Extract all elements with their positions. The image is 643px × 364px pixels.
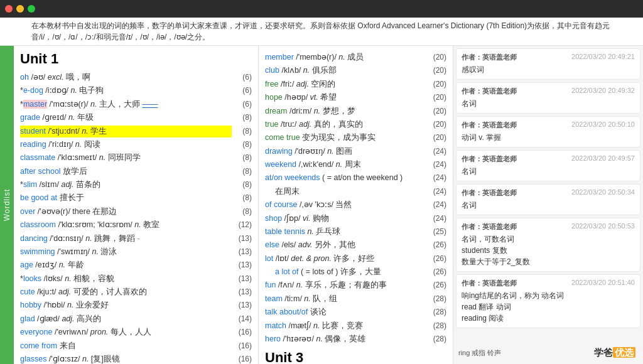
col2-item: talk about/of 谈论 (28) [265,306,446,319]
vocab-item: *e-dog /iːdɒɡ/ n. 电子狗 (6) [20,84,252,97]
wordlist-label: Wordlist [3,189,11,221]
vocab-item: *slim /slɪm/ adj. 苗条的 (8) [20,178,252,191]
vocab-item: classmate /'klɑːsmeɪt/ n. 同班同学 (8) [20,151,252,164]
vocab-item: grade /ɡreɪd/ n. 年级 (8) [20,111,252,124]
maximize-button[interactable] [28,5,35,13]
vocab-item: be good at 擅长于 (8) [20,191,252,205]
col2-item-match: match /mætʃ/ n. 比赛，竞赛 (28) [265,319,446,333]
col2-item: lot /lɒt/ det. & pron. 许多，好些 (26) [265,252,446,265]
col2-item: table tennis n. 乒乓球 (25) [265,225,446,238]
comment-block: 作者：英语盖老师 2022/03/20 20:50:53 名词，可数名词stud… [456,218,640,272]
vocab-item: come from 来自 (16) [20,340,252,353]
vocab-item: reading /'riːdɪŋ/ n. 阅读 (8) [20,138,252,151]
col2-item: true /truː/ adj. 真的，真实的 (20) [265,118,446,131]
comment-author: 作者：英语盖老师 [462,222,517,232]
comment-text: 名词，可数名词students 复数数量大于等于2_复数 [462,233,635,267]
vocab-item: oh /əʊ/ excl. 哦，啊 (6) [20,71,252,84]
vocab-item: swimming /'swɪmɪŋ/ n. 游泳 (13) [20,245,252,259]
comment-time: 2022/03/20 20:50:53 [571,222,635,232]
comment-author: 作者：英语盖老师 [462,87,517,96]
vocab-item: glasses /'ɡlɑːsɪz/ n. [复]眼镜 (16) [20,353,252,364]
unit3-title: Unit 3 [265,350,446,364]
description-text: 在本教材书中自发出现的词的频率，数字的单词大家来查课，才评道，还要求研究。系则音… [31,21,610,41]
col2-item: shop /ʃɒp/ vi. 购物 (24) [265,212,446,225]
traffic-lights [5,5,35,13]
vocab-item: *looks /lʊks/ n. 相貌，容貌 (13) [20,272,252,286]
col2-item: 在周末 (24) [265,185,446,198]
comment-time: 2022/03/20 20:50:10 [571,120,635,130]
comment-text: 名词 [462,166,635,177]
comment-author: 作者：英语盖老师 [462,279,517,288]
col2-item: club /klʌb/ n. 俱乐部 (20) [265,64,446,77]
col2-item: at/on weekends ( = at/on the weekend ) (… [265,171,446,185]
vocab-item: age /eɪdʒ/ n. 年龄 (13) [20,259,252,272]
col2-item: else /els/ adv. 另外，其他 (26) [265,238,446,252]
comment-block: 作者：英语盖老师 2022/03/20 20:49:21 感叹词 [456,48,640,80]
col2-item: of course /,əv 'kɔːs/ 当然 (24) [265,198,446,211]
vocab-item: cute /kjuːt/ adj. 可爱的，讨人喜欢的 (13) [20,286,252,299]
vocab-item: glad /ɡlæd/ adj. 高兴的 (14) [20,313,252,326]
unit1-title: Unit 1 [20,51,252,67]
col2-item: dream /driːm/ n. 梦想，梦 (20) [265,105,446,118]
vocab-item: classroom /'klɑːsrʊm; 'klɑːsrɒm/ n. 教室 (… [20,218,252,232]
comment-block: 作者：英语盖老师 2022/03/20 20:50:34 名词 [456,184,640,215]
vocab-panel-1: Unit 1 oh /əʊ/ excl. 哦，啊 (6) *e-dog /iːd… [14,46,259,364]
ring-note: ring 戒指 铃声 [458,348,501,358]
comment-text: 名词 [462,98,635,109]
vocab-item: after school 放学后 (8) [20,165,252,178]
comment-text: 动词 v. 掌握 [462,132,635,143]
comment-time: 2022/03/20 20:49:21 [571,53,635,62]
comment-block: 作者：英语盖老师 2022/03/20 20:50:10 动词 v. 掌握 [456,116,640,147]
comment-time: 2022/03/20 20:49:57 [571,154,635,164]
vocab-item: hobby /'hɒbi/ n. 业余爱好 (13) [20,299,252,312]
col2-item: drawing /'drəʊɪŋ/ n. 图画 (24) [265,145,446,158]
comment-author: 作者：英语盖老师 [462,188,517,198]
col2-item-alotof: a lot of ( = lots of ) 许多，大量 (26) [265,265,446,279]
vocab-item: *master /'mɑːstə(r)/ n. 主人，大师 —— (6) [20,98,252,111]
comment-text: 响ing结尾的名词，称为 动名词read 翻译 动词reading 阅读 [462,290,635,324]
vocab-item: everyone /'evriwʌn/ pron. 每人，人人 (16) [20,326,252,339]
col2-item: fun /fʌn/ n. 享乐，乐趣；有趣的事 (26) [265,279,446,292]
comment-time: 2022/03/20 20:49:32 [571,87,635,96]
main-content: Wordlist Unit 1 oh /əʊ/ excl. 哦，啊 (6) *e… [0,46,643,364]
top-bar [0,0,643,18]
comment-block: 作者：英语盖老师 2022/03/20 20:49:57 名词 [456,150,640,181]
close-button[interactable] [5,5,13,13]
bottom-brand: 学爸优选 [594,347,635,359]
wordlist-tab[interactable]: Wordlist [0,46,14,364]
comment-text: 感叹词 [462,64,635,75]
comment-text: 名词 [462,200,635,211]
vocab-item-student: student /'stjuːdnt/ n. 学生 (8) [20,125,252,138]
comment-author: 作者：英语盖老师 [462,53,517,62]
vocab-item: over /'əʊvə(r)/ there 在那边 (8) [20,205,252,218]
vocab-item: dancing /'dɑːnsɪŋ/ n. 跳舞，舞蹈 - (13) [20,232,252,245]
col2-item: come true 变为现实，成为事实 (20) [265,131,446,144]
comments-panel: 作者：英语盖老师 2022/03/20 20:49:21 感叹词 作者：英语盖老… [453,46,643,364]
vocab-panel-2: member /'membə(r)/ n. 成员 (20) club /klʌb… [259,46,453,364]
comment-block: 作者：英语盖老师 2022/03/20 20:49:32 名词 [456,82,640,114]
description-bar: 在本教材书中自发出现的词的频率，数字的单词大家来查课，才评道，还要求研究。系则音… [0,18,643,46]
comment-time: 2022/03/20 20:51:40 [571,279,635,288]
comment-author: 作者：英语盖老师 [462,120,517,130]
comment-author: 作者：英语盖老师 [462,154,517,164]
col2-item: hope /həʊp/ vt. 希望 (20) [265,91,446,104]
comment-block: 作者：英语盖老师 2022/03/20 20:51:40 响ing结尾的名词，称… [456,274,640,328]
col2-item: weekend /,wiːk'end/ n. 周末 (24) [265,158,446,171]
col2-item: member /'membə(r)/ n. 成员 (20) [265,51,446,64]
col2-item: free /friː/ adj. 空闲的 (20) [265,78,446,91]
comment-time: 2022/03/20 20:50:34 [571,188,635,198]
col2-item: team /tiːm/ n. 队，组 (28) [265,292,446,306]
col2-item: hero /'hɪərəʊ/ n. 偶像，英雄 (28) [265,333,446,346]
minimize-button[interactable] [16,5,24,13]
